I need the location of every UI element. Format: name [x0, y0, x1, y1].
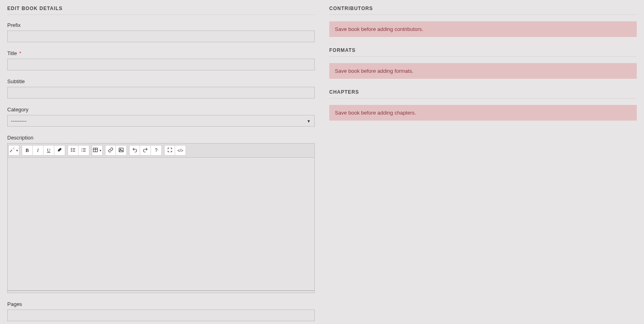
prefix-label: Prefix — [7, 22, 315, 28]
chapters-heading: CHAPTERS — [329, 89, 637, 98]
code-icon: </> — [178, 148, 183, 153]
image-button[interactable] — [116, 145, 127, 156]
category-select[interactable]: --------- — [7, 115, 315, 127]
edit-book-details-heading: EDIT BOOK DETAILS — [7, 6, 315, 15]
formats-alert: Save book before adding formats. — [329, 63, 637, 79]
underline-button[interactable]: U — [43, 145, 54, 156]
svg-rect-15 — [119, 148, 124, 152]
image-icon — [118, 147, 124, 154]
list-ul-icon — [70, 147, 76, 154]
required-indicator: * — [19, 50, 21, 56]
description-textarea[interactable] — [8, 158, 314, 291]
help-icon: ? — [155, 148, 158, 153]
fullscreen-icon — [167, 147, 173, 154]
help-button[interactable]: ? — [151, 145, 162, 156]
subtitle-input[interactable] — [7, 87, 315, 98]
formats-heading: FORMATS — [329, 47, 637, 57]
title-label: Title * — [7, 50, 315, 56]
link-button[interactable] — [105, 145, 116, 156]
chapters-alert: Save book before adding chapters. — [329, 105, 637, 121]
pages-label: Pages — [7, 301, 315, 307]
magic-button[interactable]: ▼ — [8, 145, 19, 156]
svg-point-0 — [71, 148, 71, 148]
svg-point-2 — [71, 150, 71, 150]
prefix-input[interactable] — [7, 31, 315, 42]
code-view-button[interactable]: </> — [175, 145, 186, 156]
redo-button[interactable] — [140, 145, 151, 156]
italic-icon: I — [37, 148, 39, 154]
bold-button[interactable]: B — [22, 145, 33, 156]
magic-wand-icon — [9, 147, 15, 154]
clear-format-button[interactable] — [54, 145, 65, 156]
fullscreen-button[interactable] — [164, 145, 175, 156]
category-label: Category — [7, 107, 315, 113]
pages-input[interactable] — [7, 310, 315, 321]
svg-text:3: 3 — [81, 150, 83, 152]
redo-icon — [142, 147, 148, 154]
undo-button[interactable] — [129, 145, 140, 156]
ordered-list-button[interactable]: 123 — [78, 145, 89, 156]
table-button[interactable]: ▼ — [92, 145, 103, 156]
eraser-icon — [57, 147, 62, 154]
title-input[interactable] — [7, 59, 315, 70]
caret-down-icon: ▼ — [16, 149, 19, 152]
svg-point-4 — [71, 151, 71, 151]
unordered-list-button[interactable] — [68, 145, 78, 156]
italic-button[interactable]: I — [33, 145, 43, 156]
undo-icon — [132, 147, 138, 154]
list-ol-icon: 123 — [81, 147, 87, 154]
table-icon — [93, 147, 98, 154]
title-label-text: Title — [7, 50, 17, 56]
editor-toolbar: ▼ B I U — [8, 144, 314, 158]
bold-icon: B — [25, 148, 29, 154]
description-editor: ▼ B I U — [7, 143, 315, 293]
contributors-heading: CONTRIBUTORS — [329, 6, 637, 15]
link-icon — [108, 147, 114, 154]
description-label: Description — [7, 135, 315, 141]
contributors-alert: Save book before adding contributors. — [329, 21, 637, 37]
subtitle-label: Subtitle — [7, 78, 315, 84]
underline-icon: U — [47, 148, 51, 154]
caret-down-icon: ▼ — [99, 149, 102, 152]
